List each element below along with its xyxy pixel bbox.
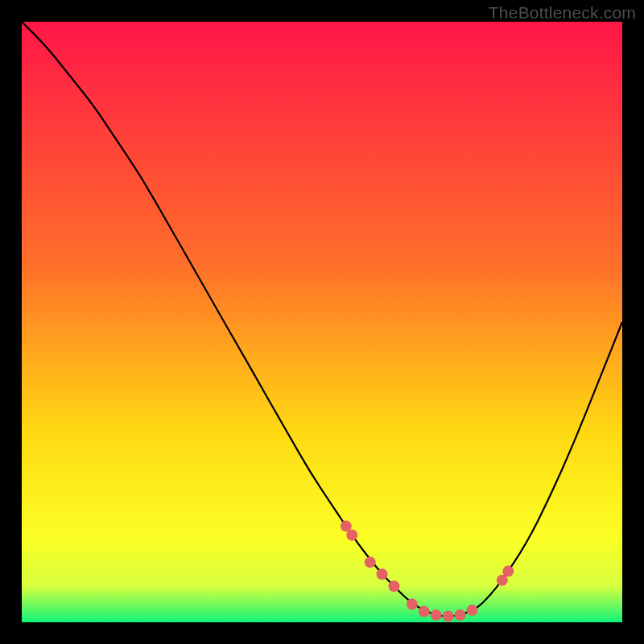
data-marker	[467, 605, 478, 616]
watermark-text: TheBottleneck.com	[489, 3, 636, 23]
data-marker	[455, 609, 466, 621]
data-marker	[407, 599, 418, 610]
chart-frame	[22, 22, 622, 622]
chart-svg	[22, 22, 622, 622]
data-marker	[431, 609, 442, 621]
data-marker	[389, 580, 400, 592]
data-marker	[443, 611, 454, 622]
data-marker	[419, 606, 430, 617]
data-marker	[502, 566, 514, 577]
data-marker	[377, 568, 388, 580]
data-marker	[346, 530, 357, 541]
data-marker	[365, 556, 376, 568]
